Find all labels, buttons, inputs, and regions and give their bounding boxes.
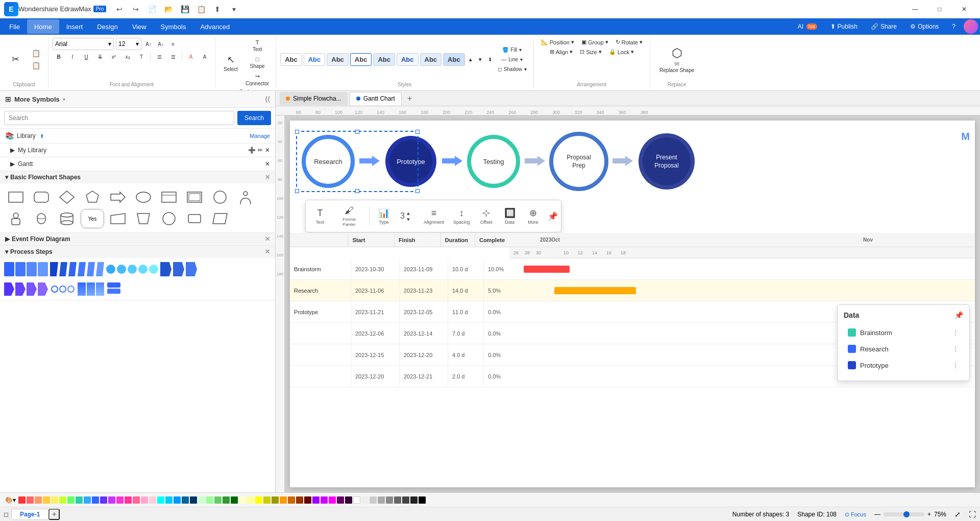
float-pin[interactable]: 📌 xyxy=(548,211,558,221)
decrease-font-button[interactable]: A↓ xyxy=(156,40,166,48)
menu-item-home[interactable]: Home xyxy=(27,19,59,34)
event-flow-close[interactable]: ✕ xyxy=(265,235,270,243)
ps-row2-item2[interactable] xyxy=(51,282,75,296)
float-type-button[interactable]: 📊 Type xyxy=(373,205,395,227)
page-tab-1[interactable]: Page-1 xyxy=(11,509,48,520)
prototype-node[interactable]: Prototype xyxy=(383,133,439,190)
replace-shape-button[interactable]: ⬡ 98 Replace Shape xyxy=(654,44,699,75)
shape-cylinder[interactable] xyxy=(55,209,79,228)
add-page-button[interactable]: + xyxy=(48,509,60,520)
collapse-panel-button[interactable]: ⟨⟨ xyxy=(265,95,270,103)
menu-item-file[interactable]: File xyxy=(2,19,27,34)
ps-item-2[interactable] xyxy=(50,262,104,276)
my-library-edit[interactable]: ✏ xyxy=(258,147,263,154)
color-picker-button[interactable]: 🎨▾ xyxy=(4,495,17,505)
style-abc-4[interactable]: Abc xyxy=(350,53,372,66)
help-button[interactable]: ? xyxy=(947,21,961,32)
more-button[interactable]: ▾ xyxy=(227,2,241,16)
align-arr-button[interactable]: ⊞ Align ▾ xyxy=(547,48,576,56)
float-alignment-button[interactable]: ≡ Alignment xyxy=(420,206,448,227)
shape-tool-button[interactable]: □ Shape xyxy=(243,55,272,70)
align-button[interactable]: ≡ xyxy=(168,40,178,48)
shape-arrow[interactable] xyxy=(106,187,130,207)
style-abc-1[interactable]: Abc xyxy=(280,53,302,66)
float-format-painter-button[interactable]: 🖌 Format Painter xyxy=(332,203,366,229)
share-button[interactable]: 🔗Share xyxy=(866,21,902,32)
research-menu[interactable]: ⋮ xyxy=(952,345,959,353)
save-button[interactable]: 💾 xyxy=(178,2,192,16)
gantt-row-brainstorm[interactable]: Brainstorm 2023-10-30 2023-11-09 10.0 d … xyxy=(290,258,975,280)
proposal-prep-node[interactable]: Proposal Prep xyxy=(548,131,609,192)
strikethrough-button[interactable]: S xyxy=(94,53,106,61)
shape-ellipse[interactable] xyxy=(132,187,155,207)
fit-page-button[interactable]: ⤢ xyxy=(954,510,961,518)
gantt-library-item[interactable]: ▶ Gantt ✕ xyxy=(0,157,275,171)
connector-tool-button[interactable]: ↪ Connector xyxy=(243,72,272,88)
gantt-row-research[interactable]: Research 2023-11-06 2023-11-23 14.0 d 5.… xyxy=(290,280,975,301)
shape-decision[interactable] xyxy=(30,209,53,228)
canvas-wrapper[interactable]: 20406080100120140160180 xyxy=(276,115,980,492)
redo-button[interactable]: ↪ xyxy=(129,2,143,16)
shape-yes[interactable]: Yes xyxy=(81,209,104,228)
highlight-button[interactable]: A xyxy=(199,53,211,61)
ps-item-4[interactable] xyxy=(160,262,197,276)
my-library-item[interactable]: ▶ My Library ➕ ✏ ✕ xyxy=(0,144,275,157)
ps-item-1[interactable] xyxy=(4,262,48,276)
italic-button[interactable]: I xyxy=(66,53,79,61)
menu-item-advanced[interactable]: Advanced xyxy=(193,19,237,34)
shape-diamond[interactable] xyxy=(55,187,79,207)
lock-button[interactable]: 🔒 Lock ▾ xyxy=(606,48,637,56)
shadow-button[interactable]: ◻Shadow▾ xyxy=(495,65,529,74)
brainstorm-menu[interactable]: ⋮ xyxy=(952,328,959,337)
focus-button[interactable]: ⊙Focus xyxy=(845,511,866,518)
float-offset-button[interactable]: ⊹ Offset xyxy=(475,205,498,227)
data-row-prototype[interactable]: Prototype ⋮ xyxy=(844,358,963,372)
position-button[interactable]: 📐 Position ▾ xyxy=(538,38,577,46)
library-manage[interactable]: 📚 Library ⬆ Manage xyxy=(0,129,275,144)
bullets-button[interactable]: ☰ xyxy=(153,53,165,61)
search-input[interactable] xyxy=(4,111,234,125)
my-library-close[interactable]: ✕ xyxy=(265,147,270,154)
basic-flowchart-close[interactable]: ✕ xyxy=(265,174,270,181)
page-shape-button[interactable]: □ xyxy=(4,511,8,518)
underline-button[interactable]: U xyxy=(80,53,92,61)
shape-manual-op[interactable] xyxy=(132,209,155,228)
search-button[interactable]: Search xyxy=(237,111,271,125)
data-panel-pin[interactable]: 📌 xyxy=(954,311,963,319)
style-scroll-down[interactable]: ▼ xyxy=(476,56,484,63)
maximize-button[interactable]: □ xyxy=(928,0,951,18)
style-abc-5[interactable]: Abc xyxy=(373,53,395,66)
shape-circle[interactable] xyxy=(208,187,232,207)
gantt-close[interactable]: ✕ xyxy=(265,160,270,168)
text-tool-button[interactable]: T Text xyxy=(243,38,272,54)
ps-row2-vertical[interactable] xyxy=(107,282,120,296)
minimize-button[interactable]: — xyxy=(903,0,927,18)
new-button[interactable]: 📄 xyxy=(145,2,159,16)
shape-person[interactable] xyxy=(234,187,257,207)
tab-gantt[interactable]: Gantt Chart xyxy=(350,92,402,105)
font-selector[interactable]: Arial ▾ xyxy=(53,38,114,50)
style-scroll-up[interactable]: ▲ xyxy=(467,56,475,63)
publish-button[interactable]: ⬆Publish xyxy=(825,21,863,32)
style-abc-3[interactable]: Abc xyxy=(327,53,349,66)
paste-button[interactable]: 📋 xyxy=(28,60,44,71)
zoom-in-button[interactable]: + xyxy=(927,511,931,518)
undo-button[interactable]: ↩ xyxy=(112,2,127,16)
line-button[interactable]: —Line▾ xyxy=(495,55,529,64)
shape-rounded-rect[interactable] xyxy=(30,187,53,207)
shape-pentagon[interactable] xyxy=(81,187,104,207)
prototype-menu[interactable]: ⋮ xyxy=(952,361,959,369)
menu-item-symbols[interactable]: Symbols xyxy=(154,19,193,34)
event-flow-header[interactable]: ▶ Event Flow Diagram ✕ xyxy=(0,233,275,245)
size-button[interactable]: ⊡ Size ▾ xyxy=(577,48,604,56)
full-screen-button[interactable]: ⛶ xyxy=(969,510,976,518)
superscript-button[interactable]: x² xyxy=(108,53,120,61)
subscript-button[interactable]: x₂ xyxy=(121,53,134,61)
options-button[interactable]: ⚙Options xyxy=(905,21,944,32)
shape-rect-notched[interactable] xyxy=(157,187,181,207)
data-row-brainstorm[interactable]: Brainstorm ⋮ xyxy=(844,325,963,340)
shape-rect-round2[interactable] xyxy=(183,209,206,228)
open-button[interactable]: 📂 xyxy=(161,2,176,16)
numbering-button[interactable]: ☰ xyxy=(167,53,179,61)
font-color-button[interactable]: A xyxy=(185,53,197,61)
